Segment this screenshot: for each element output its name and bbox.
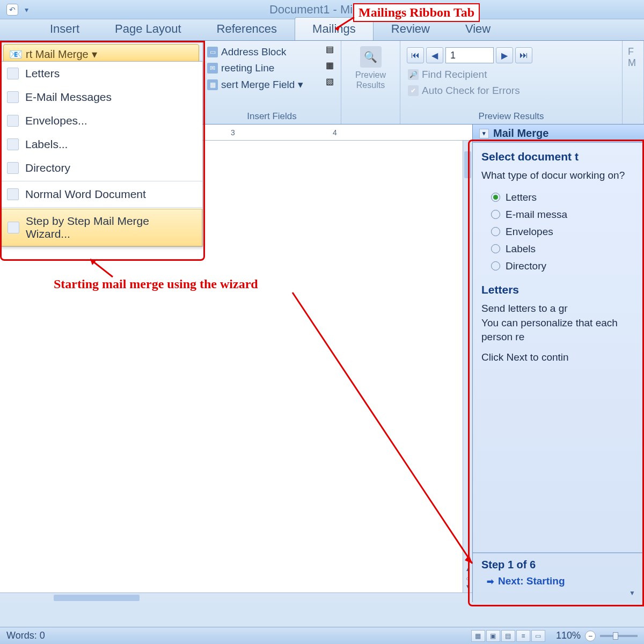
tab-insert[interactable]: Insert — [32, 17, 97, 40]
radio-icon — [491, 244, 500, 253]
menu-item-letters[interactable]: Letters — [1, 62, 202, 85]
vertical-scrollbar[interactable]: ▴ ○ ▾ — [463, 141, 472, 592]
word-count[interactable]: Words: 0 — [6, 630, 45, 641]
find-icon: 🔎 — [408, 69, 419, 80]
chevron-down-icon: ▾ — [92, 48, 97, 61]
menu-item-directory[interactable]: Directory — [1, 156, 202, 180]
start-mail-merge-menu: Letters E-Mail Messages Envelopes... Lab… — [0, 61, 203, 247]
view-draft[interactable]: ▭ — [531, 630, 545, 642]
radio-icon — [491, 193, 500, 202]
ribbon-group-finish: FM — [623, 41, 644, 124]
taskpane-desc: Send letters to a gr — [481, 302, 635, 316]
next-record-button[interactable]: ▶ — [496, 47, 513, 63]
mail-merge-taskpane: ▾ Mail Merge Select document t What type… — [472, 125, 644, 602]
finish-merge-label: FM — [626, 44, 640, 71]
step-indicator: Step 1 of 6 — [481, 559, 635, 571]
view-full-screen[interactable]: ▣ — [486, 630, 500, 642]
wizard-icon — [8, 222, 19, 233]
taskpane-header: ▾ Mail Merge — [473, 125, 644, 143]
prev-record-button[interactable]: ◀ — [426, 47, 443, 63]
last-record-button[interactable]: ⏭ — [515, 47, 532, 63]
check-icon: ✔ — [408, 85, 419, 96]
tab-mailings[interactable]: Mailings — [295, 17, 374, 40]
scroll-down-double[interactable]: ▾ — [463, 583, 472, 592]
zoom-slider[interactable] — [600, 635, 638, 637]
qat-dropdown[interactable]: ▾ — [23, 4, 30, 16]
zoom-control: 110% − — [556, 630, 638, 641]
tab-view[interactable]: View — [448, 17, 508, 40]
document-icon — [7, 188, 19, 200]
preview-results-button[interactable]: 🔍 Preview Results — [345, 44, 397, 92]
radio-email[interactable]: E-mail messa — [481, 206, 635, 223]
taskpane-dropdown-icon[interactable]: ▼ — [481, 589, 635, 597]
record-number-input[interactable] — [445, 47, 494, 63]
insert-merge-field-button[interactable]: ▦sert Merge Field ▾ — [203, 76, 338, 93]
window-title: Document1 - Microsoft W — [34, 3, 638, 17]
menu-item-labels[interactable]: Labels... — [1, 133, 202, 156]
title-bar: ↶ ▾ Document1 - Microsoft W — [0, 0, 644, 19]
tab-page-layout[interactable]: Page Layout — [97, 17, 199, 40]
menu-separator — [1, 207, 202, 208]
menu-item-wizard[interactable]: Step by Step Mail Merge Wizard... — [1, 209, 202, 246]
update-labels-icon[interactable]: ▧ — [326, 76, 339, 89]
address-block-button[interactable]: ▭Address Block — [203, 44, 338, 60]
taskpane-options-icon[interactable]: ▾ — [479, 129, 489, 138]
view-print-layout[interactable]: ▦ — [471, 630, 485, 642]
scroll-up-double[interactable]: ▴ — [463, 566, 472, 575]
radio-icon — [491, 210, 500, 219]
taskpane-desc: You can personalize that each person re — [481, 316, 635, 343]
envelopes-icon — [7, 115, 19, 127]
radio-labels[interactable]: Labels — [481, 240, 635, 258]
ribbon-group-write-insert: ▭Address Block ✉reeting Line ▦sert Merge… — [203, 41, 341, 124]
taskpane-title: Mail Merge — [493, 127, 548, 140]
directory-icon — [7, 162, 19, 174]
menu-separator — [1, 181, 202, 181]
status-bar: Words: 0 ▦ ▣ ▤ ≡ ▭ 110% − — [0, 627, 644, 644]
taskpane-desc: Click Next to contin — [481, 350, 635, 364]
scrollbar-thumb[interactable] — [464, 151, 471, 178]
match-fields-icon[interactable]: ▦ — [326, 60, 339, 73]
radio-icon — [491, 261, 500, 270]
menu-item-email[interactable]: E-Mail Messages — [1, 85, 202, 109]
taskpane-question: What type of docur working on? — [481, 169, 635, 182]
browse-object[interactable]: ○ — [463, 575, 472, 583]
ribbon-group-label: Preview Results — [400, 111, 622, 122]
letters-icon — [7, 68, 19, 79]
ribbon-group-preview-btn: 🔍 Preview Results — [341, 41, 400, 124]
zoom-level[interactable]: 110% — [556, 630, 581, 641]
merge-field-icon: ▦ — [207, 79, 218, 90]
address-block-icon: ▭ — [207, 47, 218, 57]
preview-icon: 🔍 — [360, 46, 382, 68]
ribbon-tabs: Insert Page Layout References Mailings R… — [0, 19, 644, 41]
auto-check-errors-button[interactable]: ✔Auto Check for Errors — [404, 83, 619, 99]
radio-envelopes[interactable]: Envelopes — [481, 223, 635, 240]
record-navigation: ⏮ ◀ ▶ ⏭ — [404, 44, 619, 67]
zoom-out-button[interactable]: − — [585, 631, 596, 641]
zoom-slider-thumb[interactable] — [613, 632, 618, 640]
scrollbar-thumb[interactable] — [54, 595, 140, 601]
arrow-right-icon: ➡ — [487, 576, 494, 587]
rules-icon[interactable]: ▤ — [326, 44, 339, 57]
ribbon-group-preview-results: ⏮ ◀ ▶ ⏭ 🔎Find Recipient ✔Auto Check for … — [400, 41, 623, 124]
tab-review[interactable]: Review — [374, 17, 448, 40]
find-recipient-button[interactable]: 🔎Find Recipient — [404, 67, 619, 83]
taskpane-heading: Select document t — [481, 150, 635, 163]
menu-item-envelopes[interactable]: Envelopes... — [1, 109, 202, 133]
ribbon-group-start-mail-merge: 📧 rt Mail Merge ▾ Letters E-Mail Message… — [0, 41, 203, 124]
view-web-layout[interactable]: ▤ — [501, 630, 515, 642]
taskpane-subheading: Letters — [481, 283, 635, 296]
greeting-line-button[interactable]: ✉reeting Line — [203, 60, 338, 76]
radio-directory[interactable]: Directory — [481, 258, 635, 275]
view-mode-buttons: ▦ ▣ ▤ ≡ ▭ — [471, 630, 545, 642]
next-step-link[interactable]: ➡ Next: Starting — [481, 575, 635, 587]
menu-item-normal-doc[interactable]: Normal Word Document — [1, 182, 202, 206]
ribbon-group-label: Insert Fields — [203, 111, 341, 122]
radio-letters[interactable]: Letters — [481, 189, 635, 206]
undo-button[interactable]: ↶ — [6, 4, 18, 16]
horizontal-scrollbar[interactable] — [0, 592, 472, 602]
tab-references[interactable]: References — [199, 17, 295, 40]
first-record-button[interactable]: ⏮ — [407, 47, 424, 63]
email-icon — [7, 91, 19, 103]
view-outline[interactable]: ≡ — [516, 630, 530, 642]
ribbon: 📧 rt Mail Merge ▾ Letters E-Mail Message… — [0, 41, 644, 125]
